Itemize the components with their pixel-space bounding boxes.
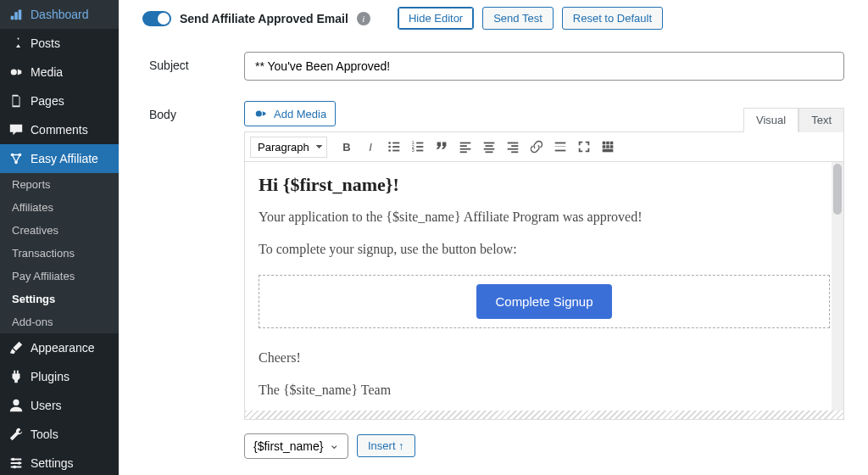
tab-text[interactable]: Text [798,108,844,132]
add-media-button[interactable]: Add Media [244,101,336,126]
sidebar-item-label: Easy Affiliate [31,152,98,165]
reset-default-button[interactable]: Reset to Default [562,7,663,30]
sidebar-sub-transactions[interactable]: Transactions [0,242,119,265]
svg-point-7 [13,466,16,469]
editor-scrollbar[interactable] [832,162,843,411]
svg-rect-37 [606,142,609,145]
svg-rect-25 [484,142,495,144]
sidebar-sub-creatives[interactable]: Creatives [0,219,119,242]
wysiwyg-editor: Paragraph B I 123 [244,131,844,420]
align-left-button[interactable] [454,136,476,158]
toggle-label: Send Affiliate Approved Email [180,12,348,25]
align-center-button[interactable] [478,136,500,158]
body-label: Body [149,101,244,459]
media-add-icon [253,106,269,121]
svg-point-8 [256,110,262,116]
sidebar-item-easy-affiliate[interactable]: Easy Affiliate [0,144,119,173]
subject-input[interactable] [244,52,844,81]
email-heading: Hi {$first_name}! [259,174,830,196]
sidebar-item-comments[interactable]: Comments [0,115,119,144]
body-row: Body Add Media Visual Text Paragraph B I [149,101,844,459]
sidebar-item-label: Media [31,65,63,79]
sidebar-sub-affiliates[interactable]: Affiliates [0,196,119,219]
affiliate-icon [8,151,24,166]
toolbar-toggle-button[interactable] [597,136,619,158]
editor-tabs: Visual Text [743,108,844,132]
email-p1: Your application to the {$site_name} Aff… [259,208,830,226]
sidebar-sub-pay-affiliates[interactable]: Pay Affiliates [0,265,119,288]
variable-select[interactable]: {$first_name} [244,433,348,459]
tab-visual[interactable]: Visual [743,108,798,132]
brush-icon [8,340,24,355]
svg-rect-39 [603,145,606,148]
email-p3: Cheers! [259,349,830,367]
page-icon [8,93,24,109]
pin-icon [8,36,24,51]
number-list-button[interactable]: 123 [407,136,429,158]
send-email-toggle[interactable] [142,11,171,26]
sidebar-item-media[interactable]: Media [0,58,119,87]
sidebar-sub-settings[interactable]: Settings [0,288,119,310]
svg-rect-36 [603,142,606,145]
svg-point-0 [11,69,17,75]
sidebar-item-label: Dashboard [31,8,89,21]
sidebar-item-label: Tools [31,428,58,441]
sidebar-item-dashboard[interactable]: Dashboard [0,0,119,29]
svg-rect-18 [416,142,423,144]
bold-button[interactable]: B [336,136,358,158]
sidebar-item-posts[interactable]: Posts [0,29,119,58]
readmore-button[interactable] [549,136,571,158]
email-p4: The {$site_name} Team [259,381,830,400]
sidebar-sub-addons[interactable]: Add-ons [0,310,119,333]
svg-point-6 [18,461,21,465]
subject-row: Subject [149,52,844,81]
svg-rect-21 [460,142,471,144]
format-select[interactable]: Paragraph [250,137,327,158]
complete-signup-button[interactable]: Complete Signup [476,284,611,319]
sidebar-item-tools[interactable]: Tools [0,420,119,449]
svg-point-5 [12,458,15,461]
sidebar-item-plugins[interactable]: Plugins [0,362,119,391]
sidebar-item-settings[interactable]: Settings [0,449,119,475]
sidebar-item-label: Plugins [31,370,70,383]
editor-content[interactable]: Hi {$first_name}! Your application to th… [245,162,843,411]
svg-rect-31 [508,148,519,150]
main-content: Send Affiliate Approved Email i Hide Edi… [119,0,868,475]
sidebar-item-label: Settings [31,456,74,470]
svg-rect-34 [555,146,566,147]
svg-point-4 [13,400,19,405]
sidebar-item-users[interactable]: Users [0,391,119,420]
admin-sidebar: Dashboard Posts Media Pages Comments Eas… [0,0,119,475]
hide-editor-button[interactable]: Hide Editor [398,7,474,30]
bullet-list-button[interactable] [383,136,405,158]
sliders-icon [8,455,24,471]
blockquote-button[interactable] [431,136,453,158]
svg-rect-27 [484,148,495,150]
svg-rect-42 [603,149,614,153]
svg-point-10 [388,146,391,148]
svg-rect-20 [416,150,423,152]
fullscreen-button[interactable] [573,136,595,158]
sidebar-item-pages[interactable]: Pages [0,87,119,115]
editor-toolbar: Paragraph B I 123 [245,132,843,162]
svg-rect-33 [555,142,566,144]
link-button[interactable] [526,136,548,158]
svg-rect-19 [416,146,423,148]
svg-rect-41 [610,145,614,148]
resize-grip[interactable] [245,411,843,419]
svg-rect-14 [392,150,399,152]
info-icon[interactable]: i [357,12,370,25]
sidebar-sub-reports[interactable]: Reports [0,173,119,196]
email-header-row: Send Affiliate Approved Email i Hide Edi… [142,7,844,30]
align-right-button[interactable] [502,136,524,158]
italic-button[interactable]: I [359,136,381,158]
send-test-button[interactable]: Send Test [482,7,554,30]
sidebar-item-appearance[interactable]: Appearance [0,333,119,362]
sidebar-item-label: Appearance [31,341,95,355]
add-media-label: Add Media [274,108,326,120]
svg-point-11 [388,149,391,152]
sidebar-item-label: Users [31,399,62,412]
svg-rect-22 [460,145,467,147]
insert-variable-button[interactable]: Insert ↑ [357,434,415,457]
subject-label: Subject [149,52,244,81]
